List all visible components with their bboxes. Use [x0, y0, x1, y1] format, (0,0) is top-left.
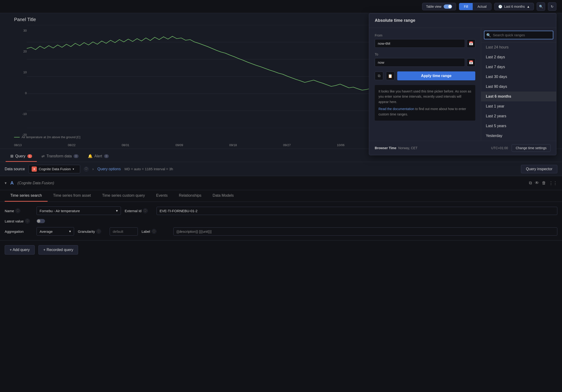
- latest-value-toggle[interactable]: [36, 219, 45, 223]
- datasource-bar: Data source X Cognite Data Fusion ▾ ⓘ › …: [0, 162, 562, 176]
- tp-header: Absolute time range: [369, 13, 556, 28]
- table-view-switch[interactable]: [444, 4, 452, 9]
- chevron-up-icon: ▲: [527, 5, 530, 8]
- name-select[interactable]: Fornebu - Air temperature ▾: [36, 207, 121, 215]
- label-info-icon[interactable]: ⓘ: [152, 229, 156, 234]
- copy-query-icon[interactable]: ⧉: [529, 180, 532, 185]
- name-value: Fornebu - Air temperature: [40, 209, 80, 213]
- from-calendar-button[interactable]: 📅: [467, 39, 475, 48]
- datasource-select[interactable]: X Cognite Data Fusion ▾: [29, 165, 80, 173]
- query-a-header: ▾ A (Cognite Data Fusion) ⧉ 👁 🗑 ⋮⋮: [0, 176, 562, 190]
- collapse-button[interactable]: ▾: [5, 181, 7, 185]
- tp-doc-link-row: Read the documentation to find out more …: [378, 106, 471, 117]
- recorded-query-button[interactable]: + Recorded query: [38, 245, 78, 255]
- toggle-visibility-icon[interactable]: 👁: [535, 180, 539, 185]
- table-view-toggle[interactable]: Table view: [422, 3, 456, 10]
- search-icon: 🔍: [486, 33, 491, 37]
- tp-doc-link[interactable]: Read the documentation: [378, 107, 414, 111]
- chart-legend: Air temperature at 2m above the ground […: [14, 135, 80, 139]
- fill-button[interactable]: Fill: [459, 3, 473, 10]
- range-item-last6months[interactable]: Last 6 months: [481, 91, 556, 101]
- label-label: Label ⓘ: [141, 229, 170, 234]
- paste-timerange-button[interactable]: 📋: [386, 72, 394, 80]
- tab-alert-label: Alert: [94, 154, 102, 158]
- tp-ranges-list: Last 24 hours Last 2 days Last 7 days La…: [481, 42, 556, 141]
- utc-offset: UTC+01:00: [491, 146, 508, 150]
- range-item-last90days[interactable]: Last 90 days: [481, 82, 556, 91]
- top-toolbar: Table view Fill Actual 🕐 Last 6 months ▲…: [0, 0, 562, 13]
- latest-value-knob: [37, 219, 40, 223]
- sub-tabs: Time series search Time series from asse…: [0, 190, 562, 202]
- latest-value-info-icon[interactable]: ⓘ: [25, 219, 30, 224]
- range-item-yesterday[interactable]: Yesterday: [481, 131, 556, 141]
- to-calendar-button[interactable]: 📅: [467, 58, 475, 67]
- datasource-label: Data source: [5, 167, 25, 171]
- tab-transform[interactable]: ⇄ Transform data 0: [37, 151, 83, 162]
- sub-tab-events[interactable]: Events: [151, 190, 173, 202]
- tab-alert[interactable]: 🔔 Alert 0: [83, 151, 114, 162]
- datasource-info-icon[interactable]: ⓘ: [84, 167, 89, 171]
- copy-timerange-button[interactable]: ⧉: [375, 72, 383, 80]
- time-range-label: Last 6 months: [504, 5, 525, 8]
- granularity-input[interactable]: [110, 227, 138, 235]
- tp-title: Absolute time range: [375, 18, 415, 23]
- tab-transform-label: Transform data: [47, 154, 72, 158]
- zoom-button[interactable]: 🔍: [537, 2, 545, 11]
- sub-tab-relationships[interactable]: Relationships: [173, 190, 207, 202]
- sub-tab-custom-query[interactable]: Time series custom query: [96, 190, 151, 202]
- delete-query-icon[interactable]: 🗑: [542, 180, 546, 185]
- name-info-icon[interactable]: ⓘ: [15, 208, 20, 213]
- quick-range-search-input[interactable]: [484, 31, 553, 39]
- aggregation-select[interactable]: Average ▾: [36, 227, 74, 235]
- tp-info: It looks like you haven't used this time…: [375, 85, 475, 121]
- sub-tab-time-series-search[interactable]: Time series search: [5, 190, 47, 202]
- granularity-info-icon[interactable]: ⓘ: [96, 229, 101, 234]
- label-input[interactable]: [174, 227, 557, 235]
- ext-id-input[interactable]: [157, 207, 557, 215]
- tab-query-label: Query: [15, 154, 25, 158]
- transform-badge: 0: [74, 154, 79, 158]
- zoom-icon: 🔍: [539, 5, 543, 8]
- range-item-last2days[interactable]: Last 2 days: [481, 52, 556, 62]
- aggregation-label: Aggregation: [5, 229, 33, 234]
- range-item-last24h[interactable]: Last 24 hours: [481, 42, 556, 52]
- range-item-last2years[interactable]: Last 2 years: [481, 111, 556, 121]
- tab-query[interactable]: ⊞ Query 1: [6, 151, 37, 162]
- change-time-settings-button[interactable]: Change time settings: [512, 144, 550, 152]
- sub-tab-time-series-asset[interactable]: Time series from asset: [47, 190, 96, 202]
- to-group: To 📅: [375, 52, 475, 67]
- main-container: Table view Fill Actual 🕐 Last 6 months ▲…: [0, 0, 562, 392]
- latest-value-label: Latest value ⓘ: [5, 219, 33, 224]
- tp-info-text: It looks like you haven't used this time…: [378, 89, 471, 104]
- sub-tab-data-models[interactable]: Data Models: [207, 190, 239, 202]
- range-item-last5years[interactable]: Last 5 years: [481, 121, 556, 131]
- ext-id-info-icon[interactable]: ⓘ: [143, 208, 148, 213]
- form-section: Name ⓘ Fornebu - Air temperature ▾ Exter…: [0, 202, 562, 240]
- time-picker-overlay: Absolute time range From 📅 To 📅: [369, 13, 556, 155]
- from-input[interactable]: [375, 39, 465, 48]
- query-options-link[interactable]: Query options: [97, 167, 121, 171]
- tp-actions: ⧉ 📋 Apply time range: [375, 71, 475, 80]
- bottom-buttons: + Add query + Recorded query: [0, 240, 562, 259]
- sub-tab-2-label: Time series custom query: [102, 193, 145, 197]
- refresh-button[interactable]: ↻: [548, 2, 556, 11]
- tp-right: 🔍 Last 24 hours Last 2 days Last 7 days …: [481, 28, 556, 141]
- add-query-button[interactable]: + Add query: [5, 245, 35, 255]
- name-label: Name ⓘ: [5, 208, 33, 213]
- range-item-last1year[interactable]: Last 1 year: [481, 101, 556, 111]
- range-item-last7days[interactable]: Last 7 days: [481, 62, 556, 72]
- granularity-label: Granularity ⓘ: [78, 229, 106, 234]
- query-inspector-button[interactable]: Query inspector: [521, 165, 557, 173]
- range-item-last30days[interactable]: Last 30 days: [481, 72, 556, 82]
- time-range-button[interactable]: 🕐 Last 6 months ▲: [494, 3, 534, 10]
- actual-button[interactable]: Actual: [473, 3, 491, 10]
- from-group: From 📅: [375, 34, 475, 48]
- sub-tab-1-label: Time series from asset: [53, 193, 91, 197]
- datasource-chevron: ▾: [73, 168, 74, 171]
- timezone-value: Norway, CET: [398, 146, 417, 150]
- drag-handle-icon[interactable]: ⋮⋮: [549, 180, 557, 186]
- ext-id-label: External Id ⓘ: [125, 208, 153, 213]
- to-input[interactable]: [375, 58, 465, 67]
- apply-time-range-button[interactable]: Apply time range: [397, 71, 475, 80]
- tab-query-icon: ⊞: [10, 154, 13, 158]
